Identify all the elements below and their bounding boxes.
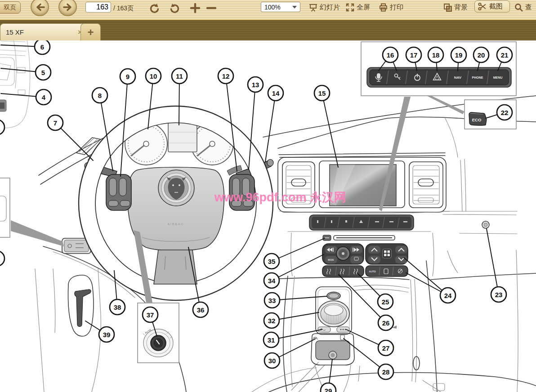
watermark: www.96pdf.com 永汉网 (214, 191, 346, 204)
projector-icon (308, 3, 318, 12)
callout-29: 29 (321, 359, 336, 392)
print-button[interactable]: 打印 (379, 3, 403, 12)
callout-4: 4 (1, 89, 51, 105)
fullscreen-label: 全屏 (357, 3, 370, 12)
nav-button-label: NAV (454, 76, 462, 80)
svg-text:39: 39 (103, 331, 111, 339)
callout-23: 23 (487, 229, 506, 302)
mode-button-label: MODE (328, 259, 334, 261)
svg-text:15: 15 (318, 89, 326, 97)
svg-text:27: 27 (382, 344, 390, 352)
eco-button-label: ECO (472, 117, 482, 122)
svg-text:12: 12 (222, 72, 230, 80)
page-total-label: / 163页 (113, 4, 134, 13)
rotate-cw-icon (169, 3, 181, 15)
menu-button-label: MENU (493, 76, 503, 79)
left-inset-box (0, 120, 10, 266)
svg-text:24: 24 (444, 292, 452, 299)
audio-control-cluster: MODE (322, 244, 364, 264)
scissors-icon (478, 2, 487, 11)
svg-text:37: 37 (147, 311, 154, 319)
svg-text:23: 23 (495, 291, 503, 298)
cd-slot-area (323, 235, 395, 241)
demist-switch-row (322, 266, 364, 276)
pdf-toolbar: 双页 / 163页 100% 幻灯片 全 (0, 0, 536, 20)
rotate-ccw-button[interactable] (148, 3, 160, 15)
slideshow-button[interactable]: 幻灯片 (308, 3, 340, 12)
layers-icon (443, 3, 452, 12)
page-canvas: MODE (0, 40, 536, 392)
background-label: 背景 (454, 3, 468, 12)
svg-text:25: 25 (382, 298, 389, 306)
page-number-input[interactable] (85, 2, 111, 13)
dsc-button (318, 327, 331, 332)
printer-icon (379, 3, 388, 12)
svg-text:21: 21 (501, 51, 509, 59)
svg-text:36: 36 (197, 306, 205, 314)
callout-25: 25 (357, 273, 393, 309)
dashboard-diagram: MODE (0, 40, 536, 392)
bonnet-release-lever (75, 290, 91, 327)
slideshow-label: 幻灯片 (320, 3, 340, 12)
screenshot-label: 截图 (489, 2, 503, 11)
svg-text:10: 10 (150, 72, 157, 80)
tab-title: 15 XF (6, 28, 24, 36)
svg-text:6: 6 (40, 43, 44, 51)
svg-text:5: 5 (41, 69, 45, 76)
wedge-to-headlamp-switch (11, 220, 64, 246)
hvac-switch-row: AUTO (366, 266, 408, 276)
fullscreen-button[interactable]: 全屏 (345, 3, 370, 12)
svg-text:26: 26 (382, 319, 390, 327)
svg-text:38: 38 (114, 303, 121, 311)
svg-text:30: 30 (268, 357, 276, 365)
zoom-out-button[interactable] (206, 3, 217, 13)
zoom-level-value: 100% (264, 4, 281, 11)
svg-text:13: 13 (252, 81, 259, 89)
right-door-area (482, 221, 489, 228)
search-icon (514, 3, 523, 12)
previous-page-button[interactable] (31, 0, 49, 16)
callout-14: 14 (265, 85, 283, 162)
svg-text:22: 22 (501, 109, 509, 116)
svg-text:20: 20 (478, 51, 485, 59)
zoom-in-button[interactable] (190, 3, 201, 13)
svg-text:34: 34 (268, 277, 276, 285)
overhead-console-art (0, 40, 30, 129)
svg-text:11: 11 (176, 72, 183, 80)
two-page-view-button[interactable]: 双页 (0, 1, 21, 13)
print-label: 打印 (390, 3, 403, 12)
two-page-label: 双页 (4, 4, 16, 12)
zoom-level-dropdown[interactable]: 100% (261, 2, 300, 12)
callout-35: 35 (264, 238, 325, 269)
minus-icon (206, 3, 217, 13)
svg-text:17: 17 (410, 51, 418, 59)
auto-button-label: AUTO (369, 270, 376, 273)
callout-27: 27 (346, 330, 393, 356)
next-page-button[interactable] (58, 0, 77, 16)
callout-33: 33 (264, 293, 327, 308)
lower-spoke (154, 250, 197, 284)
svg-text:7: 7 (54, 119, 57, 127)
svg-text:16: 16 (387, 51, 394, 59)
callout-7: 7 (48, 115, 93, 160)
svg-text:29: 29 (325, 387, 332, 392)
facia-switch-strip (309, 215, 414, 230)
search-button[interactable]: 查 (514, 3, 532, 12)
new-tab-button[interactable]: + (80, 23, 101, 40)
background-button[interactable]: 背景 (443, 3, 468, 12)
screenshot-button[interactable]: 截图 (474, 0, 510, 13)
arrow-right-icon (63, 2, 73, 12)
plus-icon (190, 3, 201, 13)
svg-text:33: 33 (268, 297, 276, 304)
document-tab[interactable]: 15 XF × (0, 23, 88, 40)
svg-text:32: 32 (268, 317, 276, 325)
rotate-cw-button[interactable] (169, 3, 181, 15)
svg-text:18: 18 (432, 51, 440, 59)
svg-text:28: 28 (382, 368, 390, 376)
svg-text:4: 4 (42, 94, 46, 101)
airbag-label: AIRBAG (168, 223, 184, 226)
fullscreen-icon (345, 3, 355, 12)
svg-text:14: 14 (272, 89, 280, 97)
arrow-left-icon (35, 2, 45, 12)
svg-text:8: 8 (98, 92, 102, 99)
